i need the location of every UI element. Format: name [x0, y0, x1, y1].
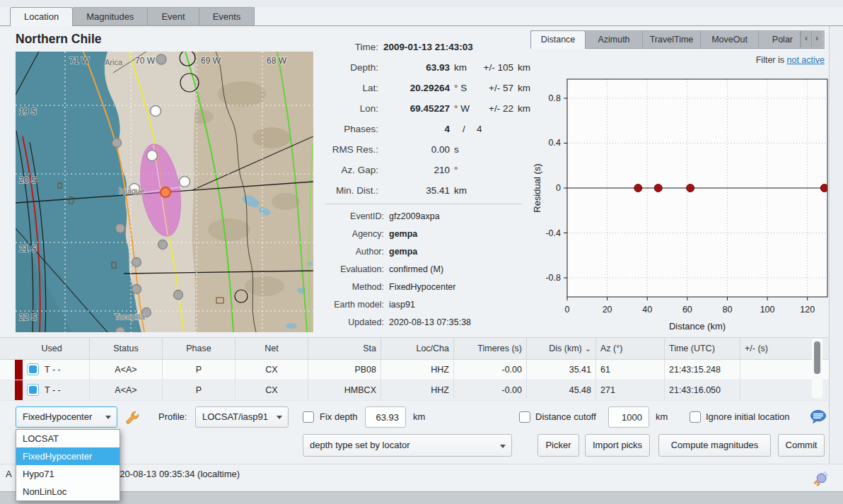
used-checkbox[interactable] — [27, 384, 39, 396]
compute-magnitudes-button[interactable]: Compute magnitudes — [658, 434, 771, 457]
comment-bubble-icon[interactable] — [809, 408, 827, 426]
azgap-value: 210 — [383, 165, 450, 175]
eventid-label: EventID: — [318, 211, 389, 221]
map-lon-label: 71 W — [69, 56, 90, 66]
column-header-time[interactable]: Time (UTC) — [665, 338, 740, 359]
author-label: Author: — [318, 247, 389, 257]
epicenter-marker[interactable] — [161, 187, 170, 197]
lat-value: 20.29264 — [383, 83, 450, 93]
column-header-timeres[interactable]: Timeres (s) — [454, 338, 527, 359]
tab-magnitudes[interactable]: Magnitudes — [73, 7, 148, 25]
tab-scroll-right-button[interactable]: › — [811, 30, 822, 47]
column-header-status[interactable]: Status — [90, 338, 163, 359]
depth-unit: km — [450, 62, 474, 73]
time-value: 2009-01-13 21:43:03 — [383, 42, 537, 52]
used-checkbox[interactable] — [27, 363, 39, 375]
location-map[interactable]: 71 W 70 W 69 W 68 W 19 S 20 S 21 S 22 S … — [16, 52, 313, 332]
depth-type-select[interactable]: depth type set by locator — [303, 434, 512, 457]
phases-separator: / — [450, 124, 474, 134]
cell-time: 21:43:16.050 — [665, 380, 740, 400]
rms-unit: s — [450, 144, 474, 155]
locator-option-hypo71[interactable]: Hypo71 — [16, 465, 120, 483]
arrival-row[interactable]: T - -A<A>PCXPB08HHZ-0.0035.416121:43:15.… — [0, 360, 829, 380]
mindist-value: 35.41 — [383, 185, 450, 196]
locator-option-fixedhypocenter[interactable]: FixedHypocenter — [16, 447, 120, 465]
method-value: FixedHypocenter — [389, 282, 530, 292]
locator-option-locsat[interactable]: LOCSAT — [16, 430, 120, 447]
column-header-loccha[interactable]: Loc/Cha — [381, 338, 454, 359]
profile-value: LOCSAT/iasp91 — [202, 411, 268, 422]
cutoff-unit-label: km — [656, 406, 668, 428]
depth-error: +/- 105 — [474, 62, 513, 73]
column-header-phase[interactable]: Phase — [163, 338, 236, 359]
column-header-dis[interactable]: Dis (km)⌄ — [527, 338, 596, 359]
locator-select[interactable]: FixedHypocenter — [16, 406, 117, 428]
locator-settings-wrench-icon[interactable] — [124, 410, 140, 426]
earthmodel-label: Earth model: — [318, 300, 389, 310]
cell-az: 61 — [596, 360, 665, 380]
updated-label: Updated: — [318, 317, 389, 327]
table-scrollbar-thumb[interactable] — [814, 341, 820, 374]
residual-point[interactable] — [634, 184, 642, 192]
picker-button[interactable]: Picker — [537, 434, 579, 457]
column-header-az[interactable]: Az (°) — [596, 338, 665, 359]
cell-timeres: -0.00 — [454, 360, 527, 380]
residual-distance-chart[interactable]: 020406080100120-0.8-0.400.40.8Residual (… — [530, 69, 843, 339]
residual-point[interactable] — [654, 184, 662, 192]
cutoff-input[interactable] — [608, 406, 649, 428]
arrival-row[interactable]: T - -A<A>PCXHMBCXHHZ-0.0045.4827121:43:1… — [0, 380, 829, 401]
residual-point[interactable] — [820, 184, 828, 192]
filter-toggle-link[interactable]: not active — [786, 55, 825, 65]
column-header-used[interactable]: Used — [14, 338, 90, 359]
mindist-label: Min. Dist.: — [318, 185, 383, 196]
residual-color-bar — [15, 360, 23, 380]
map-lon-label: 69 W — [201, 56, 221, 66]
cell-loccha: HHZ — [381, 360, 454, 380]
map-lon-label: 68 W — [267, 56, 287, 66]
plot-tab-distance[interactable]: Distance — [530, 30, 586, 49]
svg-text:0.4: 0.4 — [549, 138, 561, 148]
map-lat-label: 21 S — [19, 244, 37, 254]
locator-dropdown-popup[interactable]: LOCSATFixedHypocenterHypo71NonLinLoc — [16, 429, 120, 501]
earthmodel-value: iasp91 — [389, 300, 530, 310]
chevron-down-icon — [105, 416, 111, 419]
ignore-initial-location-checkbox[interactable] — [690, 411, 701, 423]
svg-text:20: 20 — [603, 305, 612, 315]
plot-tab-traveltime[interactable]: TravelTime — [643, 30, 701, 48]
column-header-err[interactable]: +/- (s) — [740, 338, 813, 359]
origin-info-panel: Time:2009-01-13 21:43:03 Depth:63.93km+/… — [318, 37, 530, 201]
cell-dis: 35.41 — [527, 360, 596, 380]
cell-dis: 45.48 — [527, 380, 596, 400]
svg-text:-0.4: -0.4 — [545, 228, 561, 238]
map-lat-label: 22 S — [19, 312, 37, 322]
agency-value: gempa — [389, 229, 530, 239]
cell-time: 21:43:15.248 — [665, 360, 740, 380]
svg-text:100: 100 — [760, 305, 775, 315]
locator-option-nonlinloc[interactable]: NonLinLoc — [16, 483, 120, 500]
residual-plot[interactable]: 020406080100120-0.8-0.400.40.8Residual (… — [530, 69, 843, 339]
plot-tab-polar[interactable]: Polar — [759, 30, 801, 48]
plot-tab-azimuth[interactable]: Azimuth — [586, 30, 643, 48]
distance-cutoff-checkbox[interactable] — [519, 411, 530, 423]
connection-plug-icon[interactable] — [811, 469, 830, 488]
import-picks-button[interactable]: Import picks — [585, 434, 650, 457]
profile-select[interactable]: LOCSAT/iasp91 — [195, 406, 289, 428]
filter-label: Filter is — [756, 55, 784, 65]
fix-depth-checkbox[interactable] — [303, 411, 314, 423]
window-top-strip — [0, 0, 843, 7]
commit-button[interactable]: Commit — [778, 434, 825, 457]
tab-scroll-left-button[interactable]: ‹ — [801, 30, 811, 47]
tab-location[interactable]: Location — [10, 7, 73, 26]
cell-net: CX — [236, 360, 308, 380]
column-header-sta[interactable]: Sta — [308, 338, 381, 359]
depth-input[interactable] — [365, 406, 406, 428]
tab-events[interactable]: Events — [199, 7, 255, 25]
residual-point[interactable] — [687, 184, 694, 192]
column-header-net[interactable]: Net — [236, 338, 308, 359]
tab-event[interactable]: Event — [148, 7, 199, 25]
depth-unit-label: km — [413, 406, 425, 428]
cell-err — [740, 380, 813, 400]
svg-text:0: 0 — [565, 305, 570, 315]
chevron-down-icon — [277, 416, 282, 419]
plot-tab-moveout[interactable]: MoveOut — [701, 30, 759, 48]
